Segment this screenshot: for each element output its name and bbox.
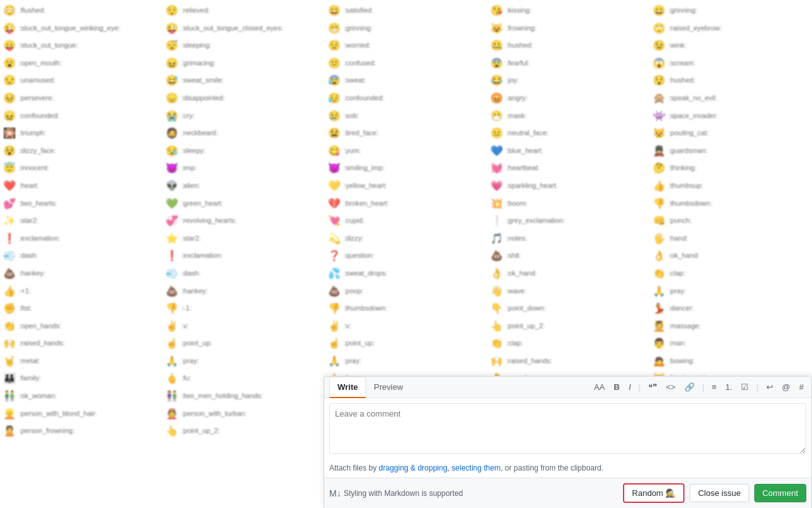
attach-text: Attach files by dragging & dropping, sel…	[324, 461, 811, 478]
emoji-row: 👏:open_hands:	[3, 318, 160, 335]
emoji-code: :shit:	[506, 250, 521, 262]
emoji-code: :notes:	[506, 233, 527, 244]
emoji-row: 😂:joy:	[490, 72, 647, 89]
tab-write[interactable]: Write	[329, 377, 366, 398]
toolbar-task[interactable]: ☑	[738, 381, 751, 393]
emoji-code: :+1:	[19, 286, 31, 297]
random-label: Random	[632, 488, 663, 498]
comment-tabs: Write Preview AA B I | ❝❞ <> 🔗 | ≡ 1. ☑ …	[324, 377, 811, 398]
emoji-icon: 🤘	[3, 353, 16, 370]
emoji-row: 💗:sparkling_heart:	[490, 178, 647, 194]
emoji-code: :persevere:	[19, 93, 54, 104]
toolbar-link[interactable]: 🔗	[682, 381, 697, 393]
emoji-icon: 💘	[327, 213, 341, 229]
emoji-icon: 😱	[652, 55, 666, 72]
emoji-icon: 😨	[490, 55, 504, 72]
emoji-code: :point_up:	[181, 338, 212, 349]
emoji-row: 😣:persevere:	[3, 90, 160, 107]
emoji-icon: 💥	[490, 196, 504, 212]
emoji-row: 😴:sleeping:	[165, 37, 322, 54]
emoji-row: 👿:imp:	[165, 160, 322, 177]
emoji-icon: 😾	[652, 125, 666, 142]
emoji-row: 😉:wink:	[652, 37, 809, 54]
attach-select-link[interactable]: selecting them	[452, 464, 501, 472]
emoji-icon: 💆	[652, 318, 666, 335]
emoji-row: ✊:fist:	[3, 300, 160, 317]
emoji-row: 💩:hankey:	[3, 265, 160, 282]
emoji-icon: 🙏	[652, 283, 666, 300]
emoji-code: :revolving_hearts:	[181, 215, 237, 227]
emoji-icon: 🙌	[490, 353, 504, 370]
emoji-icon: 😪	[165, 143, 179, 159]
random-button[interactable]: Random 🕵️	[623, 483, 684, 503]
emoji-icon: 😢	[327, 108, 341, 124]
emoji-code: :ok_hand:	[506, 268, 537, 279]
emoji-code: :dizzy:	[344, 233, 363, 244]
emoji-icon: 😭	[165, 108, 179, 124]
toolbar-quote[interactable]: ❝❞	[646, 381, 660, 393]
emoji-code: :speak_no_evil:	[669, 93, 717, 104]
emoji-icon: 💔	[327, 196, 341, 212]
tab-preview[interactable]: Preview	[366, 377, 410, 398]
attach-drag-link[interactable]: dragging & dropping	[379, 464, 447, 472]
emoji-row: 👆:point_up_2:	[490, 318, 647, 335]
emoji-icon: 😒	[3, 72, 16, 89]
emoji-icon: 😐	[490, 125, 504, 142]
emoji-row: ❕:grey_exclamation:	[490, 213, 647, 229]
toolbar-bold[interactable]: B	[612, 381, 622, 393]
emoji-code: :raised_hands:	[19, 338, 65, 349]
emoji-code: :heartbeat:	[506, 163, 540, 174]
emoji-icon: 😫	[327, 125, 341, 142]
emoji-row: 😥:confounded:	[327, 90, 485, 107]
emoji-icon: 🖐	[652, 231, 666, 247]
toolbar-font-size[interactable]: AA	[591, 381, 607, 393]
close-issue-button[interactable]: Close issue	[690, 484, 749, 502]
emoji-row: 👍:thumbsup:	[652, 178, 809, 194]
emoji-icon: 😞	[165, 90, 179, 107]
emoji-row: 🙏:pray:	[652, 283, 809, 300]
emoji-code: :two_men_holding_hands:	[181, 391, 263, 402]
emoji-icon: 🎇	[3, 125, 16, 142]
emoji-code: :sleeping:	[181, 40, 211, 51]
toolbar-mention[interactable]: @	[780, 381, 793, 393]
emoji-row: 😕:confused:	[327, 55, 485, 72]
emoji-code: :imp:	[181, 163, 197, 174]
emoji-code: :grey_exclamation:	[506, 215, 565, 227]
emoji-code: :hushed:	[506, 40, 533, 51]
toolbar-italic[interactable]: I	[626, 381, 634, 393]
emoji-row: 😇:innocent:	[3, 160, 160, 177]
emoji-icon: ✨	[3, 213, 16, 229]
emoji-code: :boom:	[506, 198, 528, 210]
toolbar-reference[interactable]: #	[797, 381, 806, 393]
emoji-icon: 😣	[3, 90, 16, 107]
emoji-icon: 😂	[490, 72, 504, 89]
emoji-icon: 🎵	[490, 231, 504, 247]
emoji-icon: ❕	[490, 213, 504, 229]
emoji-code: :tired_face:	[344, 128, 378, 139]
emoji-code: :confused:	[344, 58, 376, 69]
emoji-row: 🙇:bowing:	[652, 353, 809, 370]
toolbar-ol[interactable]: 1.	[723, 381, 735, 393]
toolbar-sep3: |	[755, 383, 759, 392]
comment-button[interactable]: Comment	[754, 484, 806, 502]
emoji-icon: 😜	[3, 20, 16, 37]
comment-textarea[interactable]	[329, 403, 806, 454]
emoji-code: :sob:	[344, 110, 359, 122]
toolbar-code[interactable]: <>	[664, 381, 678, 393]
toolbar-ul[interactable]: ≡	[709, 381, 719, 393]
emoji-icon: 🙌	[3, 335, 16, 352]
emoji-code: :punch:	[669, 215, 691, 227]
emoji-row: 😒:unamused:	[3, 72, 160, 89]
emoji-code: :alien:	[181, 180, 200, 192]
emoji-icon: 🙎	[3, 423, 16, 439]
emoji-row: 🙏:pray:	[327, 353, 485, 370]
toolbar-reply[interactable]: ↩	[764, 381, 776, 393]
emoji-icon: 💩	[490, 248, 504, 264]
emoji-code: :triumph:	[19, 128, 46, 139]
emoji-icon: 💗	[490, 178, 504, 194]
emoji-code: :raised_hands:	[506, 356, 552, 367]
emoji-icon: 👫	[165, 388, 179, 404]
emoji-row: 😢:sob:	[327, 108, 485, 124]
emoji-row: 💫:dizzy:	[327, 231, 485, 247]
emoji-code: :star2:	[19, 215, 39, 227]
